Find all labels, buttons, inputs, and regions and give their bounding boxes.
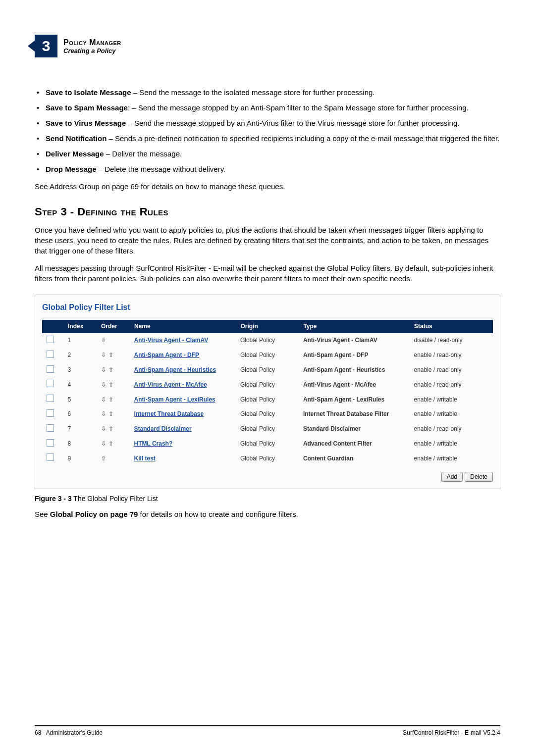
- cell-status: disable / read-only: [410, 333, 493, 348]
- list-item: Drop Message – Delete the message withou…: [46, 164, 500, 174]
- cell-type: Anti-Spam Agent - LexiRules: [299, 392, 410, 407]
- chapter-number: 3: [42, 38, 51, 54]
- table-row: 2⇩ ⇧Anti-Spam Agent - DFPGlobal PolicyAn…: [43, 348, 493, 363]
- row-checkbox[interactable]: [47, 409, 54, 417]
- table-row: 6⇩ ⇧Internet Threat DatabaseGlobal Polic…: [43, 407, 493, 422]
- col-type: Type: [299, 320, 410, 333]
- arrow-down-icon[interactable]: ⇩: [101, 337, 107, 344]
- arrow-updown-icon[interactable]: ⇩ ⇧: [101, 410, 114, 417]
- filter-name-link[interactable]: Anti-Spam Agent - Heuristics: [134, 366, 216, 373]
- filter-name-link[interactable]: Anti-Spam Agent - LexiRules: [134, 396, 215, 403]
- chapter-title-block: Policy Manager Creating a Policy: [63, 38, 121, 55]
- cell-type: Anti-Spam Agent - Heuristics: [299, 363, 410, 378]
- filter-list-panel: Global Policy Filter List Index Order Na…: [35, 295, 500, 489]
- cell-index: 5: [64, 392, 97, 407]
- cell-status: enable / read-only: [410, 422, 493, 437]
- footer-left: 68 Administrator's Guide: [35, 729, 103, 736]
- filter-name-link[interactable]: Anti-Virus Agent - McAfee: [134, 381, 207, 388]
- row-checkbox[interactable]: [47, 454, 54, 461]
- panel-actions: Add Delete: [42, 471, 493, 482]
- col-name: Name: [130, 320, 236, 333]
- cell-index: 6: [64, 407, 97, 422]
- cell-status: enable / read-only: [410, 363, 493, 378]
- cell-type: Content Guardian: [299, 451, 410, 466]
- cell-index: 3: [64, 363, 97, 378]
- row-checkbox[interactable]: [47, 424, 54, 432]
- col-status: Status: [410, 320, 493, 333]
- col-order: Order: [97, 320, 130, 333]
- cell-origin: Global Policy: [236, 348, 299, 363]
- cell-status: enable / writable: [410, 451, 493, 466]
- delete-button[interactable]: Delete: [465, 472, 493, 482]
- table-row: 3⇩ ⇧Anti-Spam Agent - HeuristicsGlobal P…: [43, 363, 493, 378]
- table-row: 8⇩ ⇧HTML Crash?Global PolicyAdvanced Con…: [43, 437, 493, 452]
- see-address-group-para: See Address Group on page 69 for details…: [35, 181, 500, 192]
- chapter-header: 3 Policy Manager Creating a Policy: [35, 35, 500, 57]
- panel-title: Global Policy Filter List: [42, 302, 493, 313]
- arrow-updown-icon[interactable]: ⇩ ⇧: [101, 425, 114, 432]
- action-bullet-list: Save to Isolate Message – Send the messa…: [35, 87, 500, 174]
- chapter-title: Policy Manager: [63, 38, 121, 47]
- add-button[interactable]: Add: [441, 472, 463, 482]
- filter-name-link[interactable]: Kill test: [134, 455, 156, 462]
- page-footer: 68 Administrator's Guide SurfControl Ris…: [35, 725, 500, 736]
- cell-status: enable / writable: [410, 392, 493, 407]
- cell-origin: Global Policy: [236, 422, 299, 437]
- col-checkbox: [43, 320, 64, 333]
- arrow-updown-icon[interactable]: ⇩ ⇧: [101, 381, 114, 388]
- arrow-updown-icon[interactable]: ⇩ ⇧: [101, 352, 114, 358]
- list-item: Save to Isolate Message – Send the messa…: [46, 87, 500, 98]
- list-item: Deliver Message – Deliver the message.: [46, 149, 500, 159]
- cell-index: 8: [64, 437, 97, 452]
- cell-origin: Global Policy: [236, 437, 299, 452]
- col-origin: Origin: [236, 320, 299, 333]
- cell-status: enable / writable: [410, 437, 493, 452]
- cell-origin: Global Policy: [236, 377, 299, 392]
- table-row: 7⇩ ⇧Standard DisclaimerGlobal PolicyStan…: [43, 422, 493, 437]
- cell-origin: Global Policy: [236, 407, 299, 422]
- arrow-updown-icon[interactable]: ⇩ ⇧: [101, 440, 114, 447]
- cell-index: 1: [64, 333, 97, 348]
- cell-index: 4: [64, 377, 97, 392]
- row-checkbox[interactable]: [47, 365, 54, 373]
- cell-index: 2: [64, 348, 97, 363]
- row-checkbox[interactable]: [47, 336, 54, 343]
- filter-name-link[interactable]: Anti-Spam Agent - DFP: [134, 352, 200, 358]
- cell-status: enable / read-only: [410, 377, 493, 392]
- cell-type: Advanced Content Filter: [299, 437, 410, 452]
- filter-name-link[interactable]: HTML Crash?: [134, 440, 173, 447]
- row-checkbox[interactable]: [47, 395, 54, 402]
- step3-para1: Once you have defined who you want to ap…: [35, 225, 500, 256]
- filter-name-link[interactable]: Internet Threat Database: [134, 410, 204, 417]
- chapter-subtitle: Creating a Policy: [63, 47, 121, 55]
- cell-type: Anti-Spam Agent - DFP: [299, 348, 410, 363]
- list-item: Save to Virus Message – Send the message…: [46, 118, 500, 128]
- filter-name-link[interactable]: Anti-Virus Agent - ClamAV: [134, 337, 209, 344]
- arrow-updown-icon[interactable]: ⇩ ⇧: [101, 396, 114, 403]
- filter-name-link[interactable]: Standard Disclaimer: [134, 425, 192, 432]
- cell-index: 9: [64, 451, 97, 466]
- arrow-up-icon[interactable]: ⇧: [101, 455, 107, 462]
- filter-table: Index Order Name Origin Type Status 1⇩An…: [42, 320, 493, 466]
- cell-origin: Global Policy: [236, 363, 299, 378]
- step3-heading: Step 3 - Defining the Rules: [35, 204, 500, 220]
- table-row: 5⇩ ⇧Anti-Spam Agent - LexiRulesGlobal Po…: [43, 392, 493, 407]
- cell-type: Anti-Virus Agent - ClamAV: [299, 333, 410, 348]
- col-index: Index: [64, 320, 97, 333]
- row-checkbox[interactable]: [47, 439, 54, 447]
- cell-type: Standard Disclaimer: [299, 422, 410, 437]
- list-item: Save to Spam Message: – Send the message…: [46, 102, 500, 113]
- cell-type: Anti-Virus Agent - McAfee: [299, 377, 410, 392]
- cell-status: enable / writable: [410, 407, 493, 422]
- arrow-updown-icon[interactable]: ⇩ ⇧: [101, 366, 114, 373]
- table-row: 4⇩ ⇧Anti-Virus Agent - McAfeeGlobal Poli…: [43, 377, 493, 392]
- step3-para2: All messages passing through SurfControl…: [35, 263, 500, 284]
- cell-type: Internet Threat Database Filter: [299, 407, 410, 422]
- cell-status: enable / read-only: [410, 348, 493, 363]
- table-row: 9⇧Kill testGlobal PolicyContent Guardian…: [43, 451, 493, 466]
- row-checkbox[interactable]: [47, 380, 54, 387]
- table-row: 1⇩Anti-Virus Agent - ClamAVGlobal Policy…: [43, 333, 493, 348]
- list-item: Send Notification – Sends a pre-defined …: [46, 133, 500, 144]
- row-checkbox[interactable]: [47, 351, 54, 358]
- closing-para: See Global Policy on page 79 for details…: [35, 509, 500, 519]
